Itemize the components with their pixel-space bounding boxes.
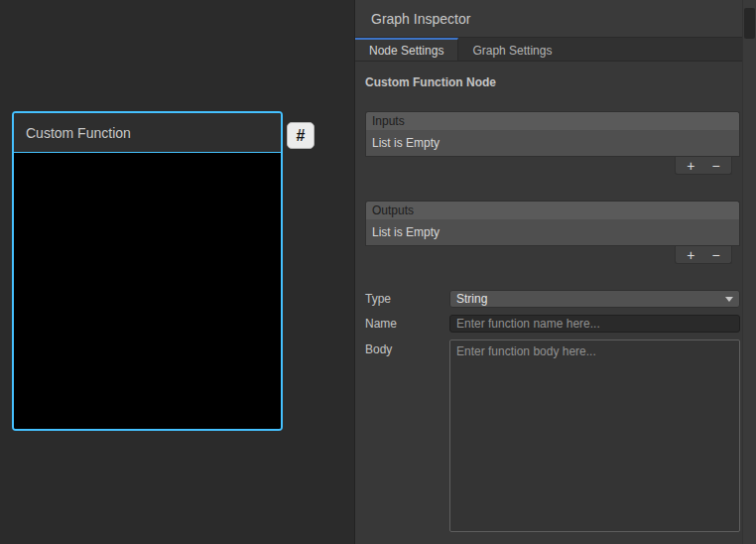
shader-graph-canvas: Custom Function # Graph Inspector Node S… [0, 0, 756, 544]
type-dropdown-value: String [456, 292, 487, 306]
hash-badge-icon[interactable]: # [287, 122, 315, 149]
scrollbar-thumb[interactable] [744, 8, 755, 39]
inputs-empty-label: List is Empty [372, 136, 440, 150]
outputs-empty-row: List is Empty [365, 219, 740, 246]
chevron-down-icon [725, 297, 733, 302]
inspector-scrollbar[interactable] [742, 0, 756, 544]
tab-node-settings-label: Node Settings [369, 44, 443, 58]
function-name-input[interactable] [449, 315, 740, 333]
outputs-list-header: Outputs [365, 201, 740, 219]
outputs-empty-label: List is Empty [372, 225, 440, 239]
type-label: Type [365, 292, 449, 306]
inputs-empty-row: List is Empty [365, 130, 740, 157]
inspector-content: Custom Function Node Inputs List is Empt… [355, 62, 756, 532]
outputs-add-button[interactable]: + [681, 248, 700, 262]
tab-graph-settings[interactable]: Graph Settings [458, 38, 566, 61]
tab-node-settings[interactable]: Node Settings [355, 38, 458, 61]
outputs-list: Outputs List is Empty + − [365, 201, 740, 264]
type-dropdown[interactable]: String [449, 290, 740, 308]
inputs-list-title: Inputs [372, 114, 405, 128]
outputs-list-footer: + − [365, 246, 740, 264]
name-label: Name [365, 317, 449, 331]
node-section-title: Custom Function Node [365, 75, 740, 89]
outputs-remove-button[interactable]: − [706, 248, 726, 262]
body-row: Body [365, 340, 740, 532]
inspector-title: Graph Inspector [371, 11, 470, 27]
custom-function-node[interactable]: Custom Function [12, 111, 283, 431]
type-row: Type String [365, 290, 740, 308]
outputs-list-title: Outputs [372, 204, 414, 217]
name-row: Name [365, 315, 740, 333]
inputs-add-button[interactable]: + [681, 159, 700, 173]
inputs-list-footer: + − [365, 157, 740, 175]
hash-badge-label: # [297, 127, 306, 145]
outputs-list-buttons: + − [675, 246, 732, 264]
tab-graph-settings-label: Graph Settings [472, 44, 552, 58]
inputs-remove-button[interactable]: − [706, 159, 726, 173]
body-label: Body [365, 342, 449, 356]
graph-inspector-panel: Graph Inspector Node Settings Graph Sett… [354, 0, 756, 544]
node-preview-area [14, 153, 281, 429]
node-title-bar[interactable]: Custom Function [14, 113, 281, 153]
inputs-list: Inputs List is Empty + − [365, 111, 740, 175]
inspector-header[interactable]: Graph Inspector [355, 0, 756, 38]
node-title: Custom Function [26, 125, 131, 141]
function-body-input[interactable] [449, 340, 740, 532]
inputs-list-header: Inputs [365, 111, 740, 130]
inspector-tab-bar: Node Settings Graph Settings [355, 38, 756, 62]
inputs-list-buttons: + − [675, 157, 732, 175]
